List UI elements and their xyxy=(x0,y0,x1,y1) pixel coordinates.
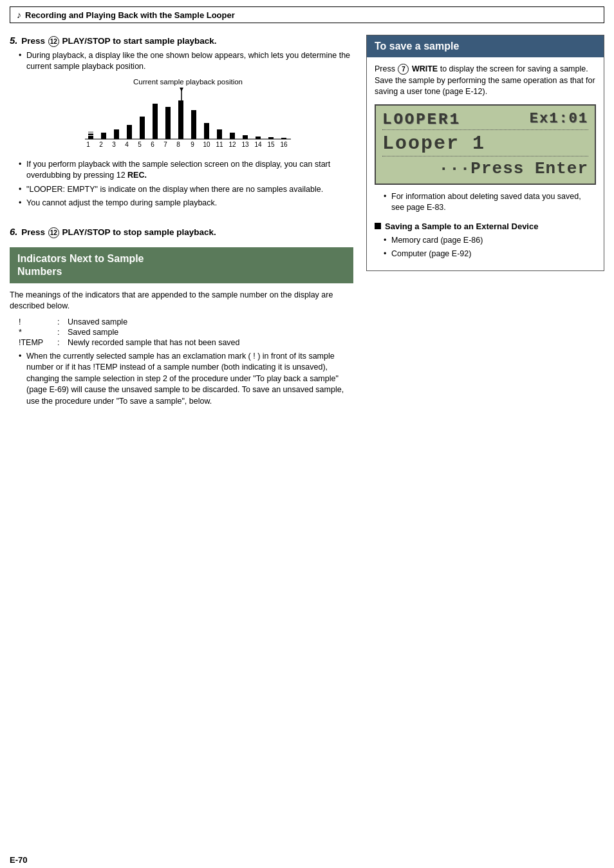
indicator-row-saved: * : Saved sample xyxy=(19,328,353,337)
svg-text:4: 4 xyxy=(125,141,129,148)
svg-rect-2 xyxy=(88,134,93,135)
indicator-meaning-unsaved: Unsaved sample xyxy=(68,317,353,326)
page-footer: E-70 xyxy=(10,855,27,865)
lcd-looper1: LOOPER1 xyxy=(382,111,461,128)
svg-rect-12 xyxy=(191,110,196,139)
header-bar: ♪ Recording and Playing Back with the Sa… xyxy=(10,6,604,23)
step5-more-bullets: If you perform playback with the sample … xyxy=(19,159,353,209)
svg-text:10: 10 xyxy=(203,141,210,148)
waveform-svg: 1 2 3 4 5 6 7 8 9 10 11 12 13 14 xyxy=(82,88,301,152)
svg-text:8: 8 xyxy=(176,141,180,148)
right-column: To save a sample Press 7 WRITE to displa… xyxy=(366,28,604,411)
svg-rect-5 xyxy=(101,133,106,139)
ext-device-section: Saving a Sample to an External Device Me… xyxy=(375,222,596,260)
indicator-meaning-saved: Saved sample xyxy=(68,328,353,337)
indicators-bullets: When the currently selected sample has a… xyxy=(19,351,353,408)
step5-number: 5. xyxy=(10,35,18,46)
svg-rect-15 xyxy=(230,133,235,139)
left-column: 5. Press 12 PLAY/STOP to start sample pl… xyxy=(10,28,366,411)
indicator-colon2: : xyxy=(57,328,68,337)
indicator-colon3: : xyxy=(57,338,68,347)
indicator-row-temp: !TEMP : Newly recorded sample that has n… xyxy=(19,338,353,347)
header-title: Recording and Playing Back with the Samp… xyxy=(25,10,235,20)
black-square-icon xyxy=(375,223,381,229)
svg-rect-10 xyxy=(165,107,171,139)
step6-heading: 6. Press 12 PLAY/STOP to stop sample pla… xyxy=(10,226,353,238)
step5-heading: 5. Press 12 PLAY/STOP to start sample pl… xyxy=(10,35,353,47)
waveform-diagram: Current sample playback position xyxy=(23,78,353,154)
step5-button: PLAY/STOP xyxy=(62,36,111,46)
lcd-row1: LOOPER1 Ex1:01 xyxy=(382,111,588,130)
svg-rect-3 xyxy=(88,131,93,134)
save-sample-intro: Press 7 WRITE to display the screen for … xyxy=(375,64,596,98)
step6-text: Press xyxy=(21,227,48,237)
write-circle: 7 xyxy=(398,64,409,75)
step6: 6. Press 12 PLAY/STOP to stop sample pla… xyxy=(10,216,353,238)
svg-text:2: 2 xyxy=(99,141,103,148)
lcd-display: LOOPER1 Ex1:01 Looper 1 ···Press Enter xyxy=(375,104,596,185)
svg-rect-9 xyxy=(153,104,158,139)
indicators-bullet1: When the currently selected sample has a… xyxy=(19,351,353,408)
step6-circle: 12 xyxy=(48,227,59,238)
svg-text:7: 7 xyxy=(163,141,167,148)
step5-bullet2: If you perform playback with the sample … xyxy=(19,159,353,182)
svg-rect-8 xyxy=(140,117,145,139)
music-note-icon: ♪ xyxy=(17,10,21,20)
rec-circle: 12 xyxy=(116,171,126,180)
step6-number: 6. xyxy=(10,226,18,237)
svg-text:1: 1 xyxy=(86,141,90,148)
indicator-symbol-temp: !TEMP xyxy=(19,338,57,347)
step5-suffix: to start sample playback. xyxy=(110,36,216,46)
svg-rect-7 xyxy=(127,125,132,139)
svg-rect-4 xyxy=(88,136,93,139)
indicator-meaning-temp: Newly recorded sample that has not been … xyxy=(68,338,353,347)
indicator-table: ! : Unsaved sample * : Saved sample !TEM… xyxy=(19,317,353,347)
svg-text:9: 9 xyxy=(191,141,194,148)
svg-text:16: 16 xyxy=(280,141,288,148)
step5-bullet4: You cannot adjust the tempo during sampl… xyxy=(19,198,353,209)
page: ♪ Recording and Playing Back with the Sa… xyxy=(0,6,614,868)
ext-device-heading: Saving a Sample to an External Device xyxy=(375,222,596,231)
lcd-press-enter: ···Press Enter xyxy=(439,159,588,178)
indicator-symbol-exclaim: ! xyxy=(19,317,57,326)
svg-marker-1 xyxy=(180,88,183,91)
lcd-row2: Looper 1 xyxy=(382,133,588,156)
svg-rect-11 xyxy=(178,100,183,139)
svg-rect-17 xyxy=(256,137,261,139)
diagram-label: Current sample playback position xyxy=(23,78,353,86)
svg-text:11: 11 xyxy=(216,141,223,148)
indicator-symbol-star: * xyxy=(19,328,57,337)
indicator-colon1: : xyxy=(57,317,68,326)
save-sample-bullet1: For information about deleting saved dat… xyxy=(384,191,596,214)
svg-rect-14 xyxy=(217,129,222,139)
indicators-section: Indicators Next to Sample Numbers The me… xyxy=(10,247,353,408)
svg-rect-6 xyxy=(114,129,119,139)
ext-device-list: Memory card (page E-86) Computer (page E… xyxy=(384,235,596,260)
svg-text:13: 13 xyxy=(241,141,249,148)
svg-text:14: 14 xyxy=(254,141,262,148)
indicators-description: The meanings of the indicators that are … xyxy=(10,290,353,312)
step5-bullet3: "LOOPER: EMPTY" is indicate on the displ… xyxy=(19,184,353,196)
step5-text: Press xyxy=(21,36,48,46)
main-content: 5. Press 12 PLAY/STOP to start sample pl… xyxy=(0,28,614,411)
step5-bullet1: During playback, a display like the one … xyxy=(19,50,353,73)
lcd-ex1: Ex1:01 xyxy=(530,111,588,128)
step6-button: PLAY/STOP xyxy=(62,227,111,237)
step5-bullets: During playback, a display like the one … xyxy=(19,50,353,73)
lcd-row3: ···Press Enter xyxy=(382,159,588,178)
step5-circle: 12 xyxy=(48,36,59,47)
save-sample-body: Press 7 WRITE to display the screen for … xyxy=(367,57,604,270)
ext-device-item-computer: Computer (page E-92) xyxy=(384,249,596,260)
save-sample-bullets: For information about deleting saved dat… xyxy=(384,191,596,214)
svg-text:12: 12 xyxy=(228,141,236,148)
save-sample-box: To save a sample Press 7 WRITE to displa… xyxy=(366,35,604,271)
svg-text:15: 15 xyxy=(267,141,275,148)
svg-text:5: 5 xyxy=(138,141,142,148)
indicator-row-unsaved: ! : Unsaved sample xyxy=(19,317,353,326)
indicators-header: Indicators Next to Sample Numbers xyxy=(10,247,353,283)
save-sample-header: To save a sample xyxy=(367,35,604,57)
svg-text:3: 3 xyxy=(112,141,116,148)
svg-rect-16 xyxy=(243,135,248,139)
lcd-looper-large: Looper 1 xyxy=(382,133,485,155)
ext-device-item-memory: Memory card (page E-86) xyxy=(384,235,596,247)
